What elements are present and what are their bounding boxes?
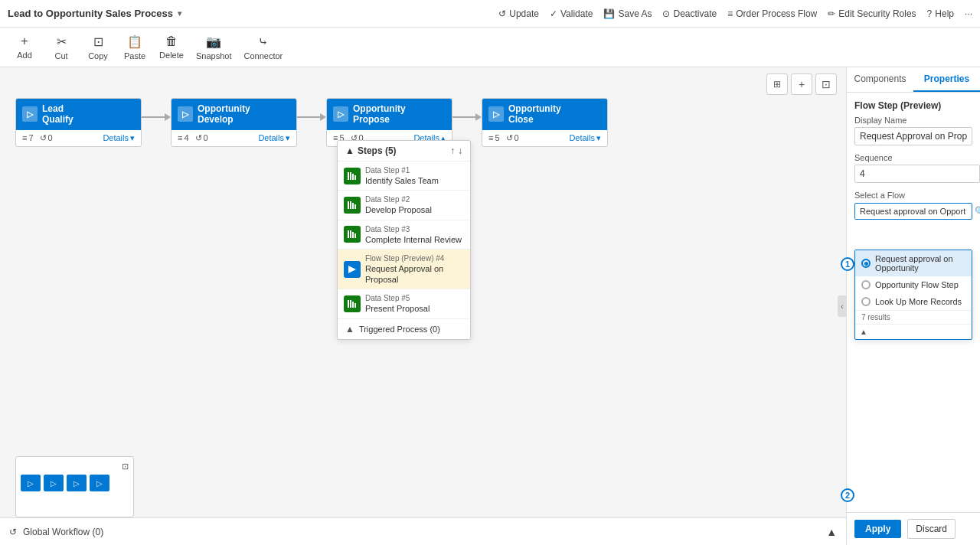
- steps-icon-4: ≡: [488, 133, 493, 142]
- select-flow-search-icon[interactable]: 🔍: [970, 204, 980, 219]
- paste-icon: 📋: [127, 34, 142, 49]
- more-action[interactable]: ···: [965, 8, 972, 19]
- cut-button[interactable]: ✂ Cut: [44, 30, 78, 65]
- order-flow-icon: ≡: [727, 8, 733, 19]
- update-action[interactable]: ↺ Update: [498, 8, 539, 19]
- zoom-in-button[interactable]: +: [791, 73, 812, 95]
- copy-button[interactable]: ⊡ Copy: [81, 30, 115, 65]
- node-header-opportunity-propose[interactable]: ▷ Opportunity Propose: [327, 99, 452, 130]
- global-workflow-bar[interactable]: ↺ Global Workflow (0) ▲: [0, 517, 846, 545]
- select-flow-input[interactable]: [855, 204, 970, 219]
- popup-step-1[interactable]: Data Step #1 Identify Sales Team: [338, 162, 470, 191]
- panel-section-title: Flow Step (Preview): [854, 100, 972, 111]
- order-flow-action[interactable]: ≡ Order Process Flow: [727, 8, 817, 19]
- help-action[interactable]: ? Help: [927, 8, 954, 19]
- panel-tabs: Components Properties: [847, 67, 980, 93]
- svg-rect-4: [348, 201, 349, 209]
- loops-icon-4: ↺: [506, 133, 513, 143]
- validate-action[interactable]: ✓ Validate: [550, 8, 593, 19]
- popup-sort[interactable]: ↑ ↓: [450, 145, 462, 156]
- details-chevron-icon: ▾: [130, 133, 135, 143]
- dropdown-item-3[interactable]: Look Up More Records: [855, 293, 972, 310]
- main-area: ⊞ + ⊡ ▷ Lead Qualify: [0, 67, 980, 545]
- node-footer-opportunity-develop: ≡ 4 ↺ 0 Details ▾: [172, 130, 296, 146]
- opportunity-develop-details-btn[interactable]: Details ▾: [258, 133, 290, 143]
- expanded-popup: ▲ Steps (5) ↑ ↓ Data Step #1 Identify Sa…: [337, 140, 471, 340]
- node-card-lead-qualify[interactable]: ▷ Lead Qualify ≡ 7: [15, 98, 142, 147]
- sequence-row: ▲ ▼: [854, 165, 972, 183]
- tab-components[interactable]: Components: [847, 67, 913, 92]
- global-workflow-expand-icon: ▲: [826, 526, 837, 538]
- dropdown-item-1[interactable]: Request approval on Opportunity: [855, 250, 972, 276]
- arrow-line: [142, 116, 165, 118]
- dropdown-collapse-button[interactable]: ▲: [855, 324, 972, 339]
- node-card-opportunity-close[interactable]: ▷ Opportunity Close ≡ 5: [482, 98, 608, 147]
- connector-button[interactable]: ⤷ Connector: [239, 30, 287, 65]
- title-chevron-icon[interactable]: ▾: [178, 9, 181, 18]
- svg-rect-14: [350, 300, 351, 308]
- sequence-label: Sequence: [854, 153, 972, 162]
- popup-step-2[interactable]: Data Step #2 Develop Proposal: [338, 191, 470, 220]
- popup-step-5[interactable]: Data Step #5 Present Proposal: [338, 289, 470, 318]
- zoom-fit-button[interactable]: ⊞: [766, 73, 788, 95]
- arrow-connector-1: [142, 113, 171, 121]
- node-header-lead-qualify[interactable]: ▷ Lead Qualify: [16, 99, 141, 130]
- mini-map: ⊡ ▷ ▷ ▷ ▷: [15, 456, 134, 517]
- badge-1: 1: [841, 257, 854, 271]
- triggered-icon: ▲: [345, 324, 354, 335]
- validate-icon: ✓: [550, 8, 557, 19]
- step-3-icon: [344, 226, 361, 243]
- canvas[interactable]: ⊞ + ⊡ ▷ Lead Qualify: [0, 67, 846, 545]
- sequence-input[interactable]: [854, 165, 980, 183]
- sort-up-icon[interactable]: ↑: [450, 145, 455, 156]
- details-chevron-icon-4: ▾: [596, 133, 601, 143]
- arrow-head-2: [320, 113, 326, 121]
- zoom-out-button[interactable]: ⊡: [815, 73, 837, 95]
- mini-map-nodes: ▷ ▷ ▷ ▷: [21, 475, 129, 491]
- title-actions: ↺ Update ✓ Validate 💾 Save As ⊙ Deactiva…: [498, 8, 972, 19]
- security-action[interactable]: ✏ Edit Security Roles: [828, 8, 916, 19]
- mini-map-close-button[interactable]: ⊡: [122, 462, 129, 472]
- apply-button[interactable]: Apply: [854, 520, 901, 538]
- deactivate-action[interactable]: ⊙ Deactivate: [662, 8, 717, 19]
- radio-empty-icon: [861, 280, 871, 289]
- step-2-icon: [344, 197, 361, 214]
- opportunity-propose-icon: ▷: [333, 106, 348, 122]
- title-bar: Lead to Opportunity Sales Process ▾ ↺ Up…: [0, 0, 980, 28]
- mini-node-4: ▷: [90, 475, 109, 491]
- lead-qualify-details-btn[interactable]: Details ▾: [103, 133, 135, 143]
- paste-button[interactable]: 📋 Paste: [118, 30, 152, 65]
- add-button[interactable]: + Add: [8, 30, 41, 65]
- zoom-out-icon: ⊡: [822, 78, 831, 90]
- node-header-opportunity-close[interactable]: ▷ Opportunity Close: [482, 99, 607, 130]
- mini-node-1: ▷: [21, 475, 41, 491]
- display-name-input[interactable]: [854, 127, 972, 145]
- popup-step-4[interactable]: Flow Step (Preview) #4 Request Approval …: [338, 250, 470, 290]
- opportunity-develop-icon: ▷: [178, 106, 193, 122]
- select-flow-input-row[interactable]: 🔍: [854, 203, 972, 220]
- mini-map-header: ⊡: [21, 462, 129, 472]
- global-workflow-icon: ↺: [9, 527, 17, 537]
- popup-header-title: ▲ Steps (5): [345, 145, 397, 156]
- svg-rect-3: [354, 175, 356, 180]
- svg-rect-7: [354, 204, 356, 209]
- popup-step-3[interactable]: Data Step #3 Complete Internal Review: [338, 220, 470, 250]
- deactivate-icon: ⊙: [662, 8, 670, 19]
- tab-properties[interactable]: Properties: [913, 67, 980, 92]
- snapshot-button[interactable]: 📷 Snapshot: [191, 30, 236, 65]
- panel-collapse-button[interactable]: ‹: [838, 295, 847, 317]
- discard-button[interactable]: Discard: [907, 519, 956, 539]
- sort-down-icon[interactable]: ↓: [458, 145, 462, 156]
- dropdown-item-2[interactable]: Opportunity Flow Step: [855, 276, 972, 293]
- save-as-action[interactable]: 💾 Save As: [603, 8, 652, 19]
- node-card-opportunity-develop[interactable]: ▷ Opportunity Develop ≡ 4: [171, 98, 297, 147]
- arrow-connector-3: [452, 113, 482, 121]
- opportunity-close-details-btn[interactable]: Details ▾: [569, 133, 601, 143]
- delete-button[interactable]: 🗑 Delete: [155, 30, 188, 65]
- select-flow-label: Select a Flow: [854, 191, 972, 200]
- flow-node-opportunity-close: ▷ Opportunity Close ≡ 5: [482, 98, 608, 147]
- popup-triggered[interactable]: ▲ Triggered Process (0): [338, 319, 470, 339]
- svg-rect-6: [352, 203, 354, 209]
- node-header-opportunity-develop[interactable]: ▷ Opportunity Develop: [172, 99, 296, 130]
- loops-icon: ↺: [40, 133, 47, 143]
